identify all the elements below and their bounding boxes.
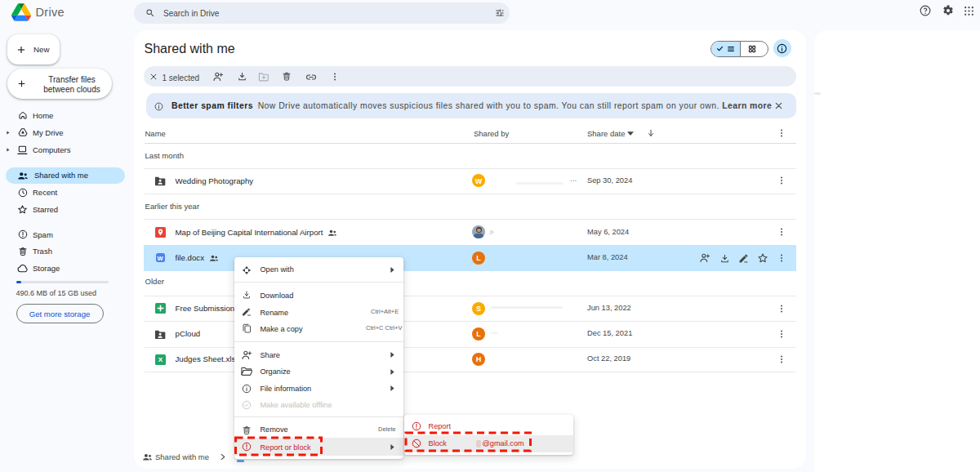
svg-text:X: X bbox=[158, 356, 163, 363]
